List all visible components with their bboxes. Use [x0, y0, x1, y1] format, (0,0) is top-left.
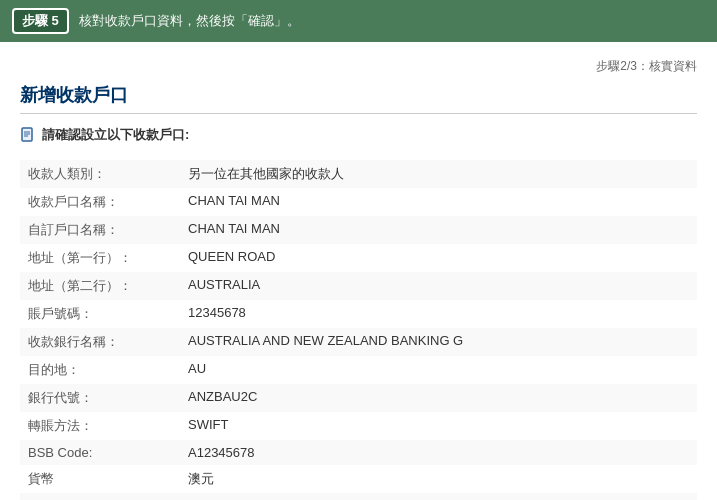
table-row: 地址（第二行）：AUSTRALIA: [20, 272, 697, 300]
instruction-bar: 步驟 5 核對收款戶口資料，然後按「確認」。: [0, 0, 717, 42]
document-icon: [20, 127, 36, 143]
confirm-note: 請確認設立以下收款戶口:: [20, 126, 697, 144]
field-label: 賬戶號碼：: [20, 300, 180, 328]
field-value: AUSTRALIA AND NEW ZEALAND BANKING G: [180, 328, 697, 356]
field-value: 12345678: [180, 300, 697, 328]
field-label: 收款人類別：: [20, 160, 180, 188]
field-label: 轉賬方法：: [20, 412, 180, 440]
confirm-note-text: 請確認設立以下收款戶口:: [42, 126, 189, 144]
page-title: 新增收款戶口: [20, 83, 697, 114]
main-content: 步驟2/3：核實資料 新增收款戶口 請確認設立以下收款戶口: 收款人類別：另一位…: [0, 42, 717, 500]
field-value: 送禮: [180, 493, 697, 500]
field-value: SWIFT: [180, 412, 697, 440]
step-badge: 步驟 5: [12, 8, 69, 34]
table-row: 收款銀行名稱：AUSTRALIA AND NEW ZEALAND BANKING…: [20, 328, 697, 356]
table-row: 銀行代號：ANZBAU2C: [20, 384, 697, 412]
field-value: CHAN TAI MAN: [180, 188, 697, 216]
field-label: 收款戶口名稱：: [20, 188, 180, 216]
field-label: 目的地：: [20, 356, 180, 384]
field-value: ANZBAU2C: [180, 384, 697, 412]
table-row: 目的地：AU: [20, 356, 697, 384]
table-row: 轉帳目的送禮: [20, 493, 697, 500]
field-label: 自訂戶口名稱：: [20, 216, 180, 244]
table-row: BSB Code:A12345678: [20, 440, 697, 465]
field-label: 貨幣: [20, 465, 180, 493]
sub-step-indicator: 步驟2/3：核實資料: [20, 58, 697, 75]
table-row: 自訂戶口名稱：CHAN TAI MAN: [20, 216, 697, 244]
table-row: 賬戶號碼：12345678: [20, 300, 697, 328]
field-value: A12345678: [180, 440, 697, 465]
field-label: 銀行代號：: [20, 384, 180, 412]
instruction-text: 核對收款戶口資料，然後按「確認」。: [79, 12, 300, 30]
field-value: CHAN TAI MAN: [180, 216, 697, 244]
table-row: 地址（第一行）：QUEEN ROAD: [20, 244, 697, 272]
field-value: AU: [180, 356, 697, 384]
field-label: 地址（第二行）：: [20, 272, 180, 300]
step-badge-label: 步驟 5: [22, 13, 59, 28]
field-label: 收款銀行名稱：: [20, 328, 180, 356]
field-value: 澳元: [180, 465, 697, 493]
table-row: 貨幣澳元: [20, 465, 697, 493]
field-label: 轉帳目的: [20, 493, 180, 500]
table-row: 轉賬方法：SWIFT: [20, 412, 697, 440]
field-value: AUSTRALIA: [180, 272, 697, 300]
table-row: 收款戶口名稱：CHAN TAI MAN: [20, 188, 697, 216]
info-table: 收款人類別：另一位在其他國家的收款人收款戶口名稱：CHAN TAI MAN自訂戶…: [20, 160, 697, 500]
field-value: QUEEN ROAD: [180, 244, 697, 272]
table-row: 收款人類別：另一位在其他國家的收款人: [20, 160, 697, 188]
field-label: BSB Code:: [20, 440, 180, 465]
field-label: 地址（第一行）：: [20, 244, 180, 272]
field-value: 另一位在其他國家的收款人: [180, 160, 697, 188]
